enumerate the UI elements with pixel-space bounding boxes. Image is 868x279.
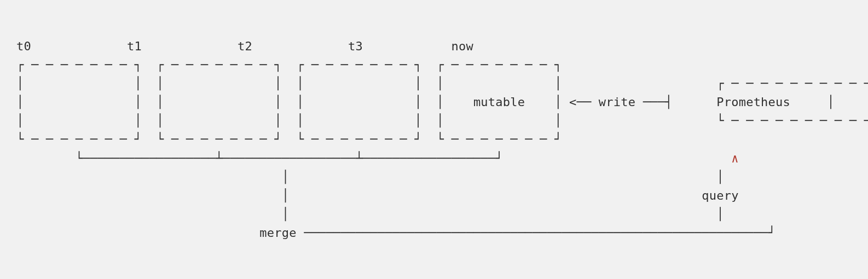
- label-write: write: [599, 95, 635, 109]
- box-2-side2: │ │: [297, 95, 422, 109]
- brace-line: └──────────────────┴──────────────────┴─…: [76, 152, 503, 165]
- label-mutable: mutable: [473, 95, 525, 109]
- box-2-top: ┌ ─ ─ ─ ─ ─ ─ ─ ┐: [297, 58, 422, 72]
- prom-box-top: ┌ ─ ─ ─ ─ ─ ─ ─ ─ ─ ─ ┐: [716, 77, 868, 90]
- label-t0: t0: [16, 39, 31, 53]
- box-1-side2: │ │: [157, 95, 282, 109]
- caret-icon: ∧: [731, 152, 738, 165]
- box-1-top: ┌ ─ ─ ─ ─ ─ ─ ─ ┐: [157, 58, 282, 72]
- box-3-side: │ │: [437, 77, 562, 90]
- box-0-top: ┌ ─ ─ ─ ─ ─ ─ ─ ┐: [16, 58, 142, 72]
- label-t3: t3: [348, 39, 363, 53]
- label-now: now: [451, 39, 473, 53]
- box-3-top: ┌ ─ ─ ─ ─ ─ ─ ─ ┐: [437, 58, 562, 72]
- box-0-side: │ │: [16, 77, 142, 90]
- query-corner: ────────────────────────────────────────…: [304, 226, 776, 240]
- box-2-side: │ │: [297, 77, 422, 90]
- architecture-diagram: t0 t1 t2 t3 now ┌ ─ ─ ─ ─ ─ ─ ─ ┐ ┌ ─ ─ …: [16, 37, 868, 242]
- arrow-write-right: ───┤: [643, 95, 673, 109]
- label-t1: t1: [127, 39, 142, 53]
- query-line-stem-1: │: [716, 170, 724, 184]
- brace-stem-1: │: [282, 170, 289, 184]
- label-merge: merge: [259, 226, 296, 240]
- brace-stem-3: │: [282, 207, 289, 221]
- box-3-bottom: └ ─ ─ ─ ─ ─ ─ ─ ┘: [437, 132, 562, 146]
- label-t2: t2: [238, 39, 252, 53]
- label-query: query: [702, 189, 738, 202]
- box-1-side: │ │: [157, 77, 282, 90]
- box-0-side2: │ │: [16, 95, 142, 109]
- query-line-stem-2: │: [716, 207, 724, 221]
- box-0-bottom: └ ─ ─ ─ ─ ─ ─ ─ ┘: [16, 132, 142, 146]
- prom-box-bottom: └ ─ ─ ─ ─ ─ ─ ─ ─ ─ ─ ┘: [716, 114, 868, 127]
- box-3-side3: │ │: [437, 114, 562, 127]
- box-2-bottom: └ ─ ─ ─ ─ ─ ─ ─ ┘: [297, 132, 422, 146]
- brace-stem-2: │: [282, 189, 289, 202]
- box-1-side3: │ │: [157, 114, 282, 127]
- box-1-bottom: └ ─ ─ ─ ─ ─ ─ ─ ┘: [157, 132, 282, 146]
- box-2-side3: │ │: [297, 114, 422, 127]
- label-prometheus: Prometheus: [716, 95, 790, 109]
- arrow-write-left: <──: [569, 95, 591, 109]
- box-0-side3: │ │: [16, 114, 142, 127]
